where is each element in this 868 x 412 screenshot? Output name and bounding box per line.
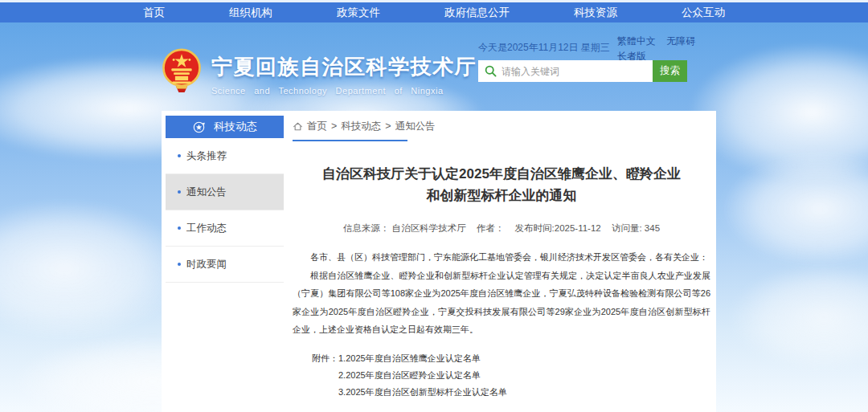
sidebar-item-headlines[interactable]: 头条推荐 xyxy=(166,138,284,174)
attachment-link[interactable]: 3.2025年度自治区创新型标杆企业认定名单 xyxy=(338,384,507,401)
page: { "nav": { "items": ["首页", "组织机构", "政策文件… xyxy=(0,0,868,412)
meta-source: 信息来源： 自治区科学技术厅 xyxy=(343,223,466,233)
sidebar-item-political-news[interactable]: 时政要闻 xyxy=(166,247,284,283)
nav-item-policy[interactable]: 政策文件 xyxy=(337,6,380,20)
site-title: 宁夏回族自治区科学技术厅 xyxy=(211,53,477,81)
sidebar-menu: 头条推荐 通知公告 工作动态 时政要闻 xyxy=(166,138,284,283)
sidebar: 科技动态 头条推荐 通知公告 工作动态 时政要闻 xyxy=(166,116,284,283)
top-nav: 首页 组织机构 政策文件 政府信息公开 科技资源 公众互动 xyxy=(0,2,868,22)
sidebar-item-work-updates[interactable]: 工作动态 xyxy=(166,210,284,247)
article-meta: 信息来源： 自治区科学技术厅 作者： 发布时间:2025-11-12 访问量: … xyxy=(293,222,710,235)
article-body: 各市、县（区）科技管理部门，宁东能源化工基地管委会，银川经济技术开发区管委会，各… xyxy=(293,248,710,339)
bullet-dot xyxy=(178,190,181,194)
attachment-link[interactable]: 2.2025年度自治区瞪羚企业认定名单 xyxy=(338,367,507,384)
home-icon xyxy=(293,121,303,132)
site-title-block: 宁夏回族自治区科学技术厅 Science and Technology Depa… xyxy=(211,53,477,96)
bullet-dot xyxy=(178,154,181,157)
meta-visit-count: 访问量: 345 xyxy=(612,223,660,233)
nav-item-interaction[interactable]: 公众互动 xyxy=(682,6,725,20)
meta-author: 作者： xyxy=(477,223,505,233)
content-panel: 科技动态 头条推荐 通知公告 工作动态 时政要闻 xyxy=(162,111,716,412)
site-subtitle: Science and Technology Department of Nin… xyxy=(211,86,477,96)
sidebar-item-label: 时政要闻 xyxy=(186,258,227,271)
link-traditional-chinese[interactable]: 繁體中文 xyxy=(617,35,656,47)
article-column: 首页 > 科技动态 > 通知公告 自治区科技厅关于认定2025年度自治区雏鹰企业… xyxy=(293,117,710,401)
attachment-link[interactable]: 1.2025年度自治区雏鹰企业认定名单 xyxy=(338,350,507,367)
breadcrumb-current: 通知公告 xyxy=(395,120,436,133)
meta-publish-time: 发布时间:2025-11-12 xyxy=(515,223,601,233)
current-date: 今天是2025年11月12日 星期三 xyxy=(478,41,610,55)
sidebar-item-label: 头条推荐 xyxy=(186,149,227,163)
bullet-dot xyxy=(178,263,181,266)
breadcrumb-underline xyxy=(293,140,407,141)
article-paragraph: 根据自治区雏鹰企业、瞪羚企业和创新型标杆企业认定管理有关规定，决定认定半亩良人农… xyxy=(293,267,710,339)
nav-item-resources[interactable]: 科技资源 xyxy=(574,6,617,20)
breadcrumb-home[interactable]: 首页 xyxy=(307,120,327,133)
nav-item-home[interactable]: 首页 xyxy=(143,6,165,20)
sidebar-header[interactable]: 科技动态 xyxy=(166,116,284,138)
cloud xyxy=(0,201,185,337)
search-bar: 搜索 xyxy=(478,60,702,82)
breadcrumb-section[interactable]: 科技动态 xyxy=(341,120,381,133)
attachments: 附件： 1.2025年度自治区雏鹰企业认定名单 2.2025年度自治区瞪羚企业认… xyxy=(293,350,710,401)
header-utility: 今天是2025年11月12日 星期三 繁體中文 无障碍 长者版 搜索 xyxy=(478,42,702,82)
attachments-label: 附件： xyxy=(312,350,338,401)
nav-item-organization[interactable]: 组织机构 xyxy=(229,6,272,20)
nav-item-gov-info[interactable]: 政府信息公开 xyxy=(444,6,510,20)
breadcrumb: 首页 > 科技动态 > 通知公告 xyxy=(293,117,710,135)
article-paragraph: 各市、县（区）科技管理部门，宁东能源化工基地管委会，银川经济技术开发区管委会，各… xyxy=(293,248,710,267)
site-logo[interactable] xyxy=(160,47,203,94)
search-input[interactable] xyxy=(502,66,648,77)
breadcrumb-separator: > xyxy=(385,120,391,132)
bullet-dot xyxy=(178,226,181,230)
sidebar-item-label: 通知公告 xyxy=(186,186,227,199)
search-icon xyxy=(485,65,497,77)
sidebar-item-label: 工作动态 xyxy=(186,222,227,235)
link-accessibility[interactable]: 无障碍 xyxy=(666,35,695,47)
article-title-line1: 自治区科技厅关于认定2025年度自治区雏鹰企业、瞪羚企业 xyxy=(293,163,710,185)
national-emblem-icon xyxy=(160,47,203,94)
search-button[interactable]: 搜索 xyxy=(653,60,687,82)
cloud xyxy=(731,265,868,369)
article-title: 自治区科技厅关于认定2025年度自治区雏鹰企业、瞪羚企业 和创新型标杆企业的通知 xyxy=(293,163,710,206)
article-title-line2: 和创新型标杆企业的通知 xyxy=(293,185,710,206)
sidebar-title: 科技动态 xyxy=(214,120,257,134)
tech-news-icon xyxy=(192,120,206,134)
breadcrumb-separator: > xyxy=(331,120,337,132)
sidebar-item-notices[interactable]: 通知公告 xyxy=(166,174,284,210)
